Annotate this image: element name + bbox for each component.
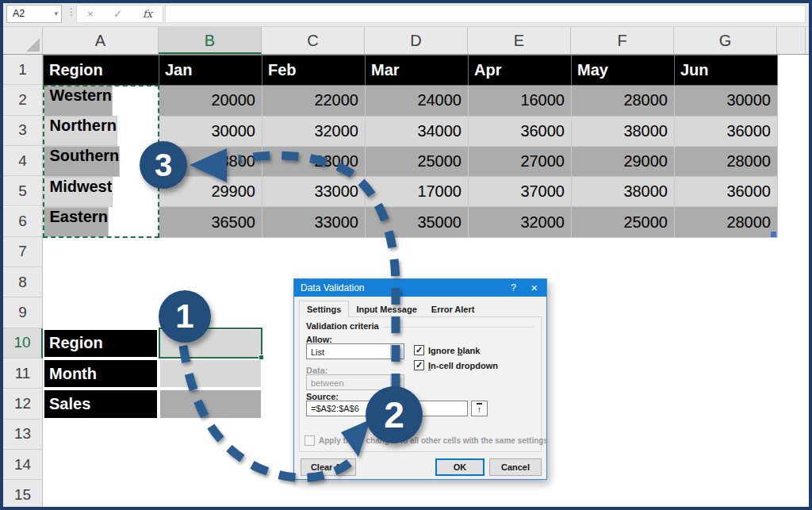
value-cell[interactable]: 29000 [572, 146, 675, 176]
value-cell[interactable]: 36000 [675, 177, 778, 207]
row-header-2[interactable]: 2 [3, 85, 43, 115]
value-cell[interactable]: 30000 [675, 86, 778, 116]
table-header-cell[interactable]: Region [44, 56, 159, 86]
table-header-cell[interactable]: Jun [675, 56, 778, 86]
formula-bar: A2 ▾ ⋮ × ✓ fx [0, 0, 812, 27]
value-cell[interactable]: 16000 [469, 86, 572, 116]
dialog-titlebar[interactable]: Data Validation ? × [294, 279, 546, 297]
enter-icon[interactable]: ✓ [113, 6, 122, 22]
value-cell[interactable]: 30000 [159, 116, 262, 146]
name-box[interactable]: A2 ▾ [6, 5, 62, 23]
table-header-cell[interactable]: Mar [366, 56, 469, 86]
value-cell[interactable]: 36500 [159, 207, 262, 237]
insert-function-icon[interactable]: fx [143, 6, 152, 22]
table-header-cell[interactable]: Apr [469, 56, 572, 86]
table-row: Northern300003200034000360003800036000 [44, 116, 778, 146]
cancel-icon[interactable]: × [87, 6, 94, 22]
region-cell[interactable]: Midwest [44, 177, 113, 207]
entry-label-sales[interactable]: Sales [43, 389, 159, 419]
entry-label-region[interactable]: Region [43, 328, 159, 359]
table-header-row: RegionJanFebMarAprMayJun [44, 56, 778, 86]
region-cell[interactable]: Northern [44, 116, 117, 146]
entry-value-cell[interactable] [159, 359, 262, 389]
value-cell[interactable]: 17000 [366, 177, 469, 207]
value-cell[interactable]: 33000 [262, 207, 366, 237]
incell-dropdown-label: In-cell dropdown [428, 361, 498, 370]
cancel-button[interactable]: Cancel [489, 458, 542, 476]
incell-dropdown-checkbox[interactable]: ✓ In-cell dropdown [414, 360, 498, 370]
entry-value-cell[interactable] [159, 389, 262, 419]
close-icon[interactable]: × [530, 279, 538, 296]
row-header-15[interactable]: 15 [3, 480, 43, 510]
checkbox-checked-icon[interactable]: ✓ [414, 360, 424, 370]
value-cell[interactable]: 24000 [366, 86, 469, 116]
row-header-4[interactable]: 4 [3, 146, 43, 176]
entry-label-month[interactable]: Month [43, 359, 159, 389]
value-cell[interactable]: 28000 [675, 146, 778, 176]
row-header-13[interactable]: 13 [3, 420, 43, 450]
tab-input-message[interactable]: Input Message [349, 301, 423, 317]
formula-buttons: × ✓ fx [76, 5, 163, 23]
value-cell[interactable]: 28000 [675, 207, 778, 237]
row-header-14[interactable]: 14 [3, 450, 43, 480]
row-header-6[interactable]: 6 [3, 207, 43, 237]
column-header-stub[interactable] [777, 27, 806, 54]
row-header-9[interactable]: 9 [3, 297, 43, 328]
value-cell[interactable]: 35000 [366, 207, 469, 237]
row-header-5[interactable]: 5 [3, 176, 43, 206]
value-cell[interactable]: 22000 [262, 86, 366, 116]
fill-handle-icon[interactable] [259, 355, 264, 360]
collapse-dialog-button[interactable]: ↑ [471, 401, 488, 416]
row-header-11[interactable]: 11 [3, 359, 43, 389]
value-cell[interactable]: 38000 [572, 116, 675, 146]
column-header-F[interactable]: F [571, 27, 674, 54]
table-header-cell[interactable]: May [572, 56, 675, 86]
chevron-down-icon[interactable] [390, 344, 404, 359]
ok-button[interactable]: OK [435, 458, 485, 476]
value-cell[interactable]: 20000 [159, 86, 262, 116]
value-cell[interactable]: 27000 [469, 146, 572, 176]
row-header-1[interactable]: 1 [3, 55, 43, 85]
row-header-3[interactable]: 3 [3, 116, 43, 146]
row-header-10[interactable]: 10 [3, 328, 43, 359]
value-cell[interactable]: 36000 [469, 116, 572, 146]
column-header-A[interactable]: A [43, 27, 159, 54]
value-cell[interactable]: 34000 [366, 116, 469, 146]
name-box-caret-icon[interactable]: ▾ [54, 6, 58, 22]
value-cell[interactable]: 25000 [366, 146, 469, 176]
row-header-12[interactable]: 12 [3, 389, 43, 419]
region-cell[interactable]: Western [44, 86, 113, 116]
value-cell[interactable]: 36000 [675, 116, 778, 146]
region-cell[interactable]: Southern [44, 146, 121, 176]
value-cell[interactable]: 25000 [572, 207, 675, 237]
row-header-8[interactable]: 8 [3, 267, 43, 297]
clear-all-button[interactable]: Clear All [301, 458, 356, 476]
apply-label: Apply these changes to all other cells w… [319, 436, 548, 445]
checkbox-checked-icon[interactable]: ✓ [414, 345, 424, 355]
table-header-cell[interactable]: Jan [159, 56, 262, 86]
row-header-7[interactable]: 7 [3, 237, 43, 267]
column-header-B[interactable]: B [159, 27, 262, 54]
column-header-D[interactable]: D [365, 27, 468, 54]
tab-error-alert[interactable]: Error Alert [424, 301, 482, 317]
value-cell[interactable]: 23000 [262, 146, 366, 176]
value-cell[interactable]: 33000 [262, 177, 366, 207]
column-header-G[interactable]: G [674, 27, 777, 54]
table-header-cell[interactable]: Feb [262, 56, 366, 86]
value-cell[interactable]: 28000 [572, 86, 675, 116]
checkbox-unchecked-icon [304, 435, 315, 446]
formula-input[interactable] [165, 5, 806, 23]
ignore-blank-checkbox[interactable]: ✓ Ignore blank [414, 345, 480, 355]
region-cell[interactable]: Eastern [44, 207, 109, 237]
column-header-E[interactable]: E [468, 27, 571, 54]
value-cell[interactable]: 32000 [469, 207, 572, 237]
tab-settings[interactable]: Settings [299, 301, 349, 318]
help-icon[interactable]: ? [511, 279, 516, 297]
column-header-C[interactable]: C [262, 27, 365, 54]
select-all-corner[interactable] [3, 27, 43, 54]
value-cell[interactable]: 32000 [262, 116, 366, 146]
allow-dropdown[interactable]: List [306, 343, 404, 359]
value-cell[interactable]: 37000 [469, 177, 572, 207]
value-cell[interactable]: 38000 [572, 177, 675, 207]
collapse-arrow-icon: ↑ [477, 403, 483, 414]
